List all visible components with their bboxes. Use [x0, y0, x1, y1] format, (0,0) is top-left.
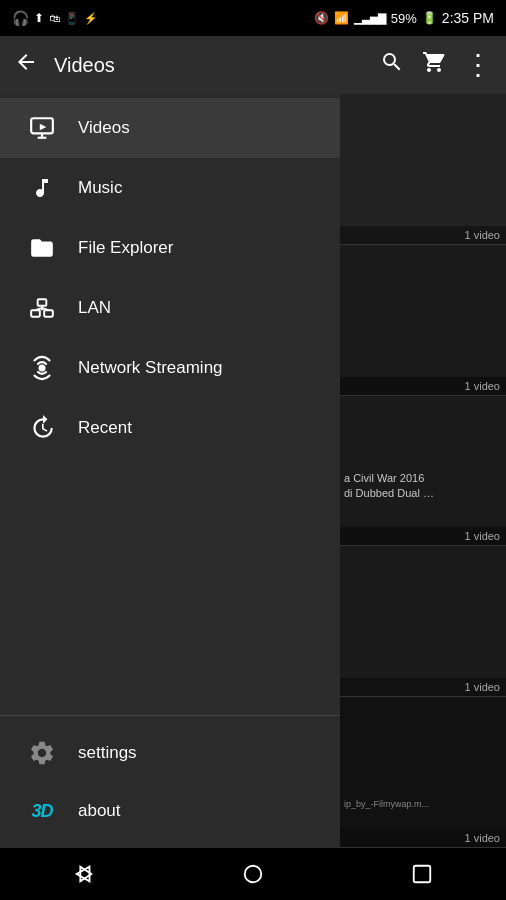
- folder-1-count: 1 video: [465, 229, 500, 241]
- sidebar-item-videos-label: Videos: [78, 118, 130, 138]
- sidebar-item-recent[interactable]: Recent: [0, 398, 340, 458]
- drawer-items: Videos Music File Explorer: [0, 94, 340, 715]
- status-icon-4: 📱: [65, 12, 79, 25]
- about-item[interactable]: 3D about: [0, 782, 340, 840]
- mute-icon: 🔇: [314, 11, 329, 25]
- settings-item[interactable]: settings: [0, 724, 340, 782]
- status-left-icons: 🎧 ⬆ 🛍 📱 ⚡: [12, 10, 98, 26]
- content-area: 1 video 1 video a Civil War 2016di Dubbe…: [340, 94, 506, 848]
- folder-icon: [20, 235, 64, 261]
- settings-icon: [20, 739, 64, 767]
- folder-5-count: 1 video: [465, 832, 500, 844]
- sidebar-item-lan[interactable]: LAN: [0, 278, 340, 338]
- nav-recent-button[interactable]: [392, 852, 452, 896]
- about-label: about: [78, 801, 121, 821]
- sidebar-item-recent-label: Recent: [78, 418, 132, 438]
- headphone-icon: 🎧: [12, 10, 29, 26]
- video-folder-4[interactable]: 1 video: [340, 546, 506, 697]
- video-folder-5[interactable]: ip_by_-Filmywap.m... 1 video: [340, 697, 506, 848]
- page-title: Videos: [54, 54, 380, 77]
- recent-icon: [20, 415, 64, 441]
- settings-label: settings: [78, 743, 137, 763]
- svg-point-10: [39, 365, 46, 372]
- video-folder-1[interactable]: 1 video: [340, 94, 506, 245]
- wifi-icon: 📶: [334, 11, 349, 25]
- more-button[interactable]: ⋮: [464, 51, 492, 79]
- main-layout: Videos Music File Explorer: [0, 94, 506, 848]
- status-bar: 🎧 ⬆ 🛍 📱 ⚡ 🔇 📶 ▁▃▅▇ 59% 🔋 2:35 PM: [0, 0, 506, 36]
- status-right-icons: 🔇 📶 ▁▃▅▇ 59% 🔋 2:35 PM: [314, 10, 494, 26]
- sidebar-item-file-explorer[interactable]: File Explorer: [0, 218, 340, 278]
- sidebar-item-lan-label: LAN: [78, 298, 111, 318]
- back-button[interactable]: [14, 50, 38, 80]
- nav-home-button[interactable]: [223, 852, 283, 896]
- cart-button[interactable]: [422, 50, 446, 80]
- app-bar: Videos ⋮: [0, 36, 506, 94]
- status-icon-2: ⬆: [34, 11, 44, 25]
- app-bar-actions: ⋮: [380, 50, 492, 80]
- svg-rect-6: [44, 310, 53, 317]
- nav-back-button[interactable]: [54, 852, 114, 896]
- sidebar-item-network-streaming-label: Network Streaming: [78, 358, 223, 378]
- folder-4-count: 1 video: [465, 681, 500, 693]
- music-icon: [20, 176, 64, 200]
- video-icon: [20, 115, 64, 141]
- search-button[interactable]: [380, 50, 404, 80]
- civil-war-title: a Civil War 2016di Dubbed Dual …: [344, 471, 502, 502]
- sidebar-item-music[interactable]: Music: [0, 158, 340, 218]
- svg-rect-13: [413, 866, 430, 883]
- lan-icon: [20, 295, 64, 321]
- status-icon-3: 🛍: [49, 12, 60, 24]
- svg-rect-5: [38, 299, 47, 306]
- svg-marker-1: [40, 124, 47, 131]
- 3d-icon: 3D: [20, 801, 64, 822]
- time-text: 2:35 PM: [442, 10, 494, 26]
- folder-2-count: 1 video: [465, 380, 500, 392]
- sidebar-item-file-explorer-label: File Explorer: [78, 238, 173, 258]
- battery-icon: 🔋: [422, 11, 437, 25]
- drawer-bottom: settings 3D about: [0, 715, 340, 848]
- nav-bar: [0, 848, 506, 900]
- svg-point-12: [245, 866, 262, 883]
- battery-text: 59%: [391, 11, 417, 26]
- sidebar-item-network-streaming[interactable]: Network Streaming: [0, 338, 340, 398]
- folder-5-subtitle: ip_by_-Filmywap.m...: [344, 799, 502, 809]
- signal-icon: ▁▃▅▇: [354, 12, 386, 25]
- video-folder-2[interactable]: 1 video: [340, 245, 506, 396]
- folder-3-count: 1 video: [465, 530, 500, 542]
- sidebar-item-videos[interactable]: Videos: [0, 98, 340, 158]
- svg-rect-4: [31, 310, 40, 317]
- video-folder-3[interactable]: a Civil War 2016di Dubbed Dual … 1 video: [340, 396, 506, 547]
- navigation-drawer: Videos Music File Explorer: [0, 94, 340, 848]
- sidebar-item-music-label: Music: [78, 178, 122, 198]
- status-icon-5: ⚡: [84, 12, 98, 25]
- network-streaming-icon: [20, 354, 64, 382]
